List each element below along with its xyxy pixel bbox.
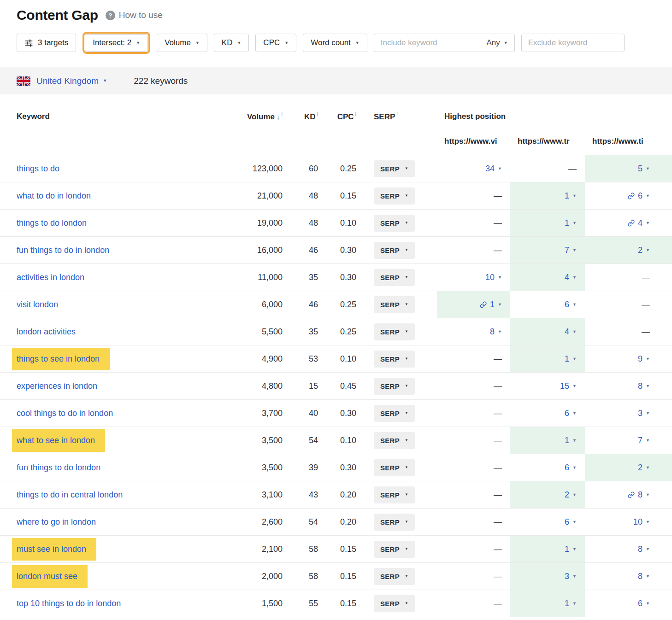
serp-button[interactable]: SERP ▼: [374, 595, 415, 612]
cpc-cell: 0.25: [319, 300, 357, 310]
keyword-link[interactable]: visit london: [17, 300, 58, 309]
chevron-down-icon: ▼: [405, 520, 408, 524]
position-cell-target2[interactable]: 6▼: [510, 454, 585, 481]
how-to-use-link[interactable]: How to use: [119, 10, 163, 20]
chevron-down-icon: ▼: [572, 439, 577, 443]
chevron-down-icon: ▼: [646, 602, 650, 606]
position-cell-target3[interactable]: 7▼: [585, 427, 672, 454]
position-cell-target3[interactable]: 4▼: [585, 210, 672, 236]
exclude-keyword-input[interactable]: Exclude keyword: [521, 34, 625, 52]
position-cell-target2[interactable]: 1▼: [510, 210, 585, 236]
volume-cell: 2,100: [217, 544, 283, 554]
position-cell-target3[interactable]: 8▼: [585, 373, 672, 399]
position-cell-target2[interactable]: 6▼: [510, 291, 585, 318]
help-question-icon[interactable]: ?: [106, 11, 115, 20]
cpc-filter-dropdown[interactable]: CPC ▼: [255, 34, 296, 52]
serp-button[interactable]: SERP ▼: [374, 215, 415, 232]
intersect-dropdown[interactable]: Intersect: 2 ▼: [85, 34, 148, 52]
position-cell-target3[interactable]: 10▼: [585, 509, 672, 535]
position-cell-target1[interactable]: 8▼: [437, 318, 510, 345]
position-value: 4: [638, 218, 643, 228]
keyword-link[interactable]: where to go in london: [17, 517, 96, 526]
position-cell-target3[interactable]: 8▼: [585, 536, 672, 562]
column-header-volume[interactable]: Volume↓i: [217, 111, 283, 122]
serp-button[interactable]: SERP ▼: [374, 459, 415, 476]
position-cell-target1[interactable]: 10▼: [437, 264, 510, 291]
serp-button[interactable]: SERP ▼: [374, 514, 415, 531]
position-cell-target3[interactable]: 9▼: [585, 345, 672, 372]
keyword-link[interactable]: must see in london: [12, 538, 96, 561]
serp-button[interactable]: SERP ▼: [374, 486, 415, 503]
include-keyword-input[interactable]: Include keyword Any ▼: [374, 34, 515, 52]
serp-button[interactable]: SERP ▼: [374, 323, 415, 340]
kd-cell: 40: [283, 409, 319, 418]
position-cell-target2[interactable]: 1▼: [510, 345, 585, 372]
chevron-down-icon: ▼: [405, 574, 408, 578]
volume-filter-dropdown[interactable]: Volume ▼: [157, 34, 207, 52]
keyword-link[interactable]: london must see: [12, 565, 88, 588]
chevron-down-icon: ▼: [405, 248, 408, 252]
serp-button[interactable]: SERP ▼: [374, 541, 415, 558]
serp-button[interactable]: SERP ▼: [374, 432, 415, 449]
serp-button[interactable]: SERP ▼: [374, 351, 415, 368]
keyword-link[interactable]: cool things to do in london: [17, 409, 113, 418]
position-cell-target2[interactable]: 4▼: [510, 318, 585, 345]
position-cell-target2[interactable]: 1▼: [510, 536, 585, 562]
keyword-link[interactable]: what to see in london: [12, 429, 105, 452]
keyword-link[interactable]: fun things to do london: [17, 463, 100, 472]
keyword-link[interactable]: things to see in london: [12, 348, 110, 370]
position-value: 2: [638, 463, 643, 473]
keyword-link[interactable]: things to do in central london: [17, 490, 123, 499]
position-cell-target2[interactable]: 6▼: [510, 509, 585, 535]
keyword-link[interactable]: london activities: [17, 327, 76, 336]
keyword-link[interactable]: things to do london: [17, 218, 87, 228]
intersect-highlight-annotation: Intersect: 2 ▼: [83, 32, 150, 54]
sliders-icon: [24, 39, 33, 47]
serp-button[interactable]: SERP ▼: [374, 269, 415, 286]
kd-cell: 35: [283, 273, 319, 282]
serp-button[interactable]: SERP ▼: [374, 568, 415, 585]
kd-filter-dropdown[interactable]: KD ▼: [214, 34, 249, 52]
serp-button[interactable]: SERP ▼: [374, 187, 415, 205]
kd-cell: 58: [283, 544, 319, 554]
chevron-down-icon: ▼: [284, 41, 289, 45]
targets-button[interactable]: 3 targets: [17, 34, 76, 52]
position-cell-target3[interactable]: 8▼: [585, 563, 672, 590]
volume-cell: 4,800: [217, 381, 283, 391]
position-cell-target2[interactable]: 1▼: [510, 590, 585, 617]
keyword-link[interactable]: fun things to do in london: [17, 246, 109, 255]
keyword-link[interactable]: things to do: [17, 164, 59, 173]
position-cell-target2[interactable]: 1▼: [510, 427, 585, 454]
target-url-header-row: https://www.vi https://www.tr https://ww…: [0, 128, 672, 155]
serp-button[interactable]: SERP ▼: [374, 405, 415, 422]
position-cell-target2[interactable]: 15▼: [510, 373, 585, 399]
serp-button[interactable]: SERP ▼: [374, 242, 415, 259]
keyword-link[interactable]: activities in london: [17, 273, 84, 282]
position-cell-target2[interactable]: 1▼: [510, 182, 585, 209]
keyword-link[interactable]: experiences in london: [17, 381, 97, 391]
position-cell-target2[interactable]: 6▼: [510, 400, 585, 427]
position-cell-target2[interactable]: 4▼: [510, 264, 585, 291]
serp-button[interactable]: SERP ▼: [374, 296, 415, 313]
keyword-link[interactable]: what to do in london: [17, 191, 91, 200]
position-cell-target3[interactable]: 6▼: [585, 590, 672, 617]
position-cell-target3[interactable]: 2▼: [585, 237, 672, 263]
position-cell-target2[interactable]: 2▼: [510, 481, 585, 508]
position-cell-target2[interactable]: 3▼: [510, 563, 585, 590]
position-cell-target3[interactable]: 6▼: [585, 182, 672, 209]
position-cell-target1: —: [437, 454, 510, 481]
country-dropdown[interactable]: United Kingdom ▼: [36, 76, 107, 86]
position-cell-target1[interactable]: 1▼: [437, 291, 510, 318]
keyword-link[interactable]: top 10 things to do in london: [17, 599, 121, 608]
position-cell-target3[interactable]: 2▼: [585, 454, 672, 481]
position-value: 4: [565, 327, 569, 337]
position-cell-target3[interactable]: 3▼: [585, 400, 672, 427]
position-cell-target2[interactable]: 7▼: [510, 237, 585, 263]
position-cell-target3[interactable]: 5▼: [585, 155, 672, 182]
word-count-filter-dropdown[interactable]: Word count ▼: [303, 34, 367, 52]
serp-button[interactable]: SERP ▼: [374, 160, 415, 177]
position-cell-target3[interactable]: 8▼: [585, 481, 672, 508]
position-cell-target1[interactable]: 34▼: [437, 155, 510, 182]
include-mode-dropdown[interactable]: Any ▼: [487, 38, 508, 47]
serp-button[interactable]: SERP ▼: [374, 378, 415, 395]
